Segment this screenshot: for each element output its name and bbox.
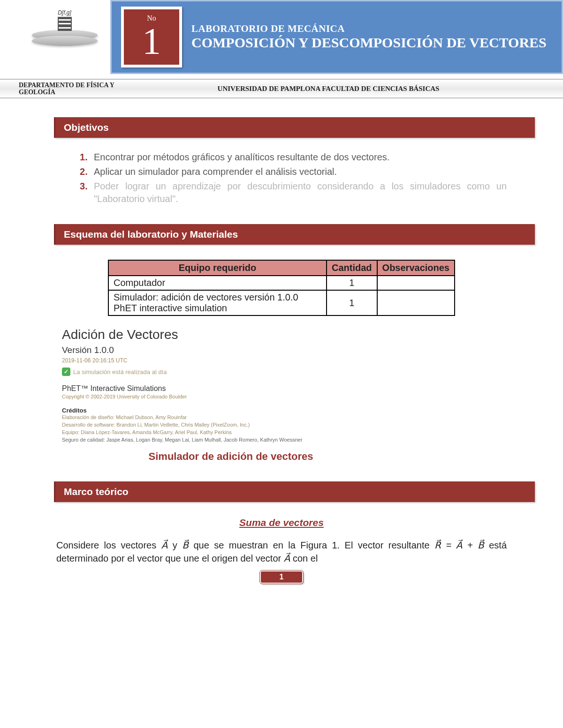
logo-label: D[f,g]	[28, 9, 101, 16]
credit-line: Desarrollo de software: Brandon Li, Mart…	[62, 421, 400, 429]
equipment-table: Equipo requerido Cantidad Observaciones …	[108, 260, 455, 316]
check-icon: ✓	[62, 368, 70, 376]
lab-number-badge: No 1	[121, 7, 182, 68]
credits-heading: Créditos	[62, 407, 400, 414]
page-footer: 1	[0, 561, 563, 593]
logo-bar-icon	[58, 17, 72, 31]
cell-qty: 1	[327, 276, 377, 290]
section-schema: Esquema del laboratorio y Materiales	[54, 224, 535, 245]
cell-obs	[377, 276, 455, 290]
col-observations: Observaciones	[377, 260, 455, 276]
credit-line: Equipo: Diana López-Tavares, Amanda McGa…	[62, 429, 400, 436]
table-row: Computador 1	[108, 276, 455, 290]
sim-copyright: Copyright © 2002-2019 University of Colo…	[62, 394, 400, 399]
credit-line: Seguro de calidad: Jaspe Arias, Logan Br…	[62, 436, 400, 444]
logo: D[f,g]	[28, 9, 101, 49]
theory-subtitle: Suma de vectores	[56, 517, 507, 528]
text-fragment: que se muestran en la Figura 1. El vecto…	[189, 540, 434, 550]
objective-item: Aplicar un simulador para comprender el …	[80, 165, 507, 178]
sim-status: ✓ La simulación está realizada al día	[62, 368, 400, 376]
sim-version: Versión 1.0.0	[62, 345, 400, 355]
page-number: 1	[260, 570, 304, 584]
logo-graphic	[32, 30, 98, 49]
sim-caption: Simulador de adición de vectores	[62, 450, 400, 463]
text-fragment: Considere los vectores	[56, 540, 161, 550]
simulator-info: Adición de Vectores Versión 1.0.0 2019-1…	[62, 327, 400, 463]
cell-obs	[377, 290, 455, 315]
credits-block: Elaboración de diseño: Michael Dubson, A…	[62, 414, 400, 444]
cell-equip: Simulador: adición de vectores versión 1…	[108, 290, 327, 315]
page-title: COMPOSICIÓN Y DESCOMPOSICIÓN DE VECTORES	[191, 35, 547, 51]
col-equipment: Equipo requerido	[108, 260, 327, 276]
header-band: D[f,g] No 1 LABORATORIO DE MECÁNICA COMP…	[0, 0, 563, 74]
university: UNIVERSIDAD DE PAMPLONA FACULTAD DE CIEN…	[122, 85, 563, 93]
sim-status-text: La simulación está realizada al día	[73, 368, 167, 375]
sub-band: DEPARTAMENTO DE FÍSICA Y GEOLOGÍA UNIVER…	[0, 79, 563, 98]
section-objectives: Objetivos	[54, 117, 535, 138]
content-area: Objetivos Encontrar por métodos gráficos…	[0, 117, 563, 565]
sim-subtitle: PhET™ Interactive Simulations	[62, 384, 400, 393]
section-theory: Marco teórico	[54, 481, 535, 502]
sim-date: 2019-11-06 20:16:15 UTC	[62, 357, 400, 364]
table-header-row: Equipo requerido Cantidad Observaciones	[108, 260, 455, 276]
objectives-list: Encontrar por métodos gráficos y analíti…	[80, 151, 507, 205]
pretitle: LABORATORIO DE MECÁNICA	[191, 23, 547, 35]
col-quantity: Cantidad	[327, 260, 377, 276]
title-block: LABORATORIO DE MECÁNICA COMPOSICIÓN Y DE…	[191, 23, 547, 51]
sim-title: Adición de Vectores	[62, 327, 400, 342]
lab-number: 1	[142, 23, 161, 60]
document-page: D[f,g] No 1 LABORATORIO DE MECÁNICA COMP…	[0, 0, 563, 593]
department: DEPARTAMENTO DE FÍSICA Y GEOLOGÍA	[0, 82, 122, 96]
objective-item: Encontrar por métodos gráficos y analíti…	[80, 151, 507, 164]
table-row: Simulador: adición de vectores versión 1…	[108, 290, 455, 315]
text-fragment: y	[167, 540, 182, 550]
cell-qty: 1	[327, 290, 377, 315]
title-banner: No 1 LABORATORIO DE MECÁNICA COMPOSICIÓN…	[110, 0, 563, 74]
objective-item: Poder lograr un aprendizaje por descubri…	[80, 180, 507, 205]
credit-line: Elaboración de diseño: Michael Dubson, A…	[62, 414, 400, 421]
cell-equip: Computador	[108, 276, 327, 290]
